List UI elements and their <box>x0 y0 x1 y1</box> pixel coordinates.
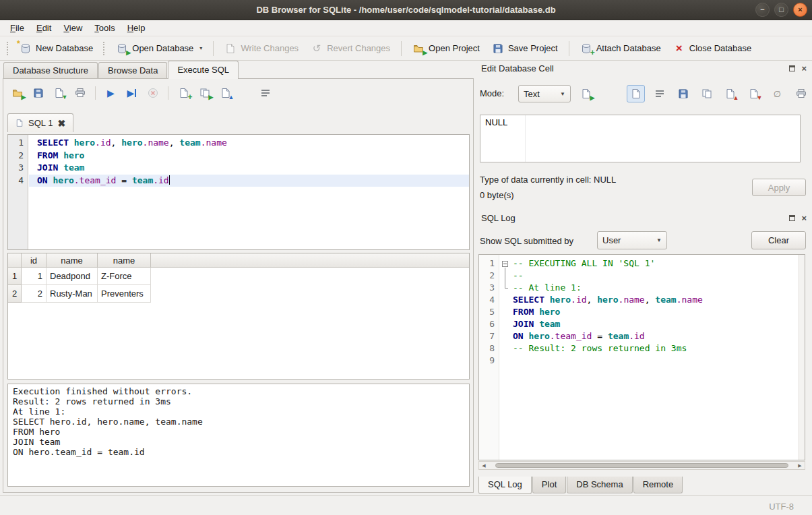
word-wrap-cell-button[interactable] <box>650 85 668 102</box>
dock-tab-db-schema[interactable]: DB Schema <box>567 477 632 493</box>
printer-icon <box>796 88 807 99</box>
row-header[interactable]: 1 <box>8 268 22 285</box>
dock-tab-plot[interactable]: Plot <box>532 477 566 493</box>
open-database-dropdown-icon[interactable]: ▾ <box>199 45 202 51</box>
results-cell[interactable]: Rusty-Man <box>46 285 98 303</box>
main-toolbar: * New Database ▶ Open Database ▾ Write C… <box>0 36 812 61</box>
toolbar-separator <box>569 41 569 56</box>
results-column-header[interactable]: id <box>22 253 46 268</box>
attach-database-button[interactable]: + Attach Database <box>574 39 667 58</box>
log-filter-label: Show SQL submitted by <box>480 236 573 246</box>
minimize-button[interactable]: − <box>755 3 770 17</box>
save-sql-file-button[interactable] <box>30 85 46 102</box>
menu-edit[interactable]: Edit <box>30 21 57 35</box>
code-line[interactable]: FROM hero <box>511 306 799 318</box>
code-line[interactable]: ON hero.team_id = team.id <box>29 175 469 187</box>
import-cell-button[interactable]: ▶ <box>577 85 595 102</box>
menu-view[interactable]: View <box>57 21 88 35</box>
print-cell-button[interactable] <box>792 85 810 102</box>
results-cell[interactable]: Z-Force <box>98 268 151 285</box>
new-database-button[interactable]: * New Database <box>13 39 99 58</box>
execute-current-line-button[interactable]: ▶ <box>123 85 140 102</box>
results-cell[interactable]: 1 <box>22 268 46 285</box>
code-line[interactable] <box>511 355 799 367</box>
code-line[interactable]: -- At line 1: <box>511 282 799 294</box>
execute-all-button[interactable]: ▶ <box>102 85 119 102</box>
export-icon: ▲ <box>724 88 737 100</box>
close-tab-icon[interactable]: ✖ <box>57 119 65 128</box>
dock-close-icon[interactable]: × <box>801 214 807 222</box>
sql-editor[interactable]: 1234 SELECT hero.id, hero.name, team.nam… <box>7 134 470 250</box>
open-sql-file-button[interactable]: ▶ <box>9 85 26 102</box>
open-sql-tab-button[interactable]: ▶ <box>196 85 213 102</box>
log-vertical-scrollbar[interactable] <box>799 255 805 460</box>
line-number: 2 <box>8 150 28 162</box>
print-sql-button[interactable] <box>71 85 88 102</box>
tab-database-structure[interactable]: Database Structure <box>3 62 98 79</box>
null-icon: ∅ <box>774 89 781 99</box>
export-cell-button[interactable]: ▲ <box>721 85 739 102</box>
copy-cell-button[interactable] <box>697 85 716 102</box>
mode-combobox[interactable]: Text ▼ <box>518 85 571 102</box>
tab-execute-sql[interactable]: Execute SQL <box>168 61 239 79</box>
save-icon <box>678 88 689 99</box>
code-line[interactable]: SELECT hero.id, hero.name, team.name <box>29 137 469 150</box>
menu-file[interactable]: File <box>4 21 30 35</box>
line-number: 7 <box>479 330 499 342</box>
code-line[interactable]: ON hero.team_id = team.id <box>511 330 799 342</box>
menu-help[interactable]: Help <box>121 21 152 35</box>
import-cell-data-button[interactable]: ▼ <box>745 85 763 102</box>
sql-editor-code[interactable]: SELECT hero.id, hero.name, team.nameFROM… <box>29 135 469 249</box>
dock-close-icon[interactable]: × <box>801 64 807 73</box>
dock-tab-sql-log[interactable]: SQL Log <box>478 477 532 494</box>
sql-editor-gutter: 1234 <box>8 135 28 249</box>
results-cell[interactable]: 2 <box>22 285 46 303</box>
maximize-button[interactable]: □ <box>774 3 788 17</box>
results-corner-cell[interactable] <box>8 253 22 268</box>
close-button[interactable]: × <box>793 3 807 17</box>
log-filter-combobox[interactable]: User ▼ <box>597 231 667 249</box>
toolbar-separator <box>401 41 402 56</box>
results-column-header[interactable]: name <box>98 253 151 268</box>
code-line[interactable]: -- <box>511 270 799 282</box>
code-line[interactable]: FROM hero <box>29 150 469 162</box>
new-sql-tab-button[interactable]: + <box>175 85 192 102</box>
copy-icon <box>701 88 712 99</box>
code-line[interactable]: JOIN team <box>29 162 469 175</box>
open-database-button[interactable]: ▶ Open Database ▾ <box>110 39 208 58</box>
word-wrap-button[interactable] <box>257 85 274 102</box>
fold-collapse-icon[interactable] <box>502 261 508 267</box>
save-project-icon <box>492 42 504 55</box>
code-line[interactable]: -- Result: 2 rows returned in 3ms <box>511 342 799 355</box>
sql-editor-tab[interactable]: SQL 1 ✖ <box>7 113 73 132</box>
tab-browse-data[interactable]: Browse Data <box>98 62 167 79</box>
code-line[interactable]: -- EXECUTING ALL IN 'SQL 1' <box>511 258 799 270</box>
code-line[interactable]: JOIN team <box>511 318 799 330</box>
dock-float-icon[interactable] <box>789 65 795 71</box>
results-column-header[interactable]: name <box>46 253 98 268</box>
scrollbar-track[interactable] <box>489 462 795 469</box>
dock-float-icon[interactable] <box>789 215 795 221</box>
save-project-button[interactable]: Save Project <box>486 39 564 58</box>
row-header[interactable]: 2 <box>8 285 22 303</box>
cell-editor[interactable]: NULL <box>480 115 801 162</box>
sql-log-viewer[interactable]: 123456789 -- EXECUTING ALL IN 'SQL 1'---… <box>478 254 805 460</box>
code-line[interactable]: SELECT hero.id, hero.name, team.name <box>511 294 799 306</box>
set-null-button[interactable]: ∅ <box>768 85 786 102</box>
clear-log-button[interactable]: Clear <box>751 231 806 249</box>
log-horizontal-scrollbar[interactable]: ◀ ▶ <box>478 461 805 470</box>
open-project-button[interactable]: ▶ Open Project <box>406 39 486 58</box>
save-cell-button[interactable] <box>674 85 692 102</box>
close-database-button[interactable]: × Close Database <box>667 39 758 58</box>
export-sql-button[interactable]: ▲ <box>217 85 234 102</box>
scroll-right-icon[interactable]: ▶ <box>795 463 805 468</box>
scrollbar-thumb[interactable] <box>495 463 788 468</box>
text-mode-button[interactable] <box>627 85 645 102</box>
results-cell[interactable]: Deadpond <box>46 268 98 285</box>
line-number: 3 <box>8 162 28 175</box>
menu-tools[interactable]: Tools <box>88 21 121 35</box>
results-cell[interactable]: Preventers <box>98 285 151 303</box>
scroll-left-icon[interactable]: ◀ <box>479 463 489 468</box>
dock-tab-remote[interactable]: Remote <box>633 477 683 493</box>
save-sql-as-button[interactable]: ▼ <box>51 85 67 102</box>
